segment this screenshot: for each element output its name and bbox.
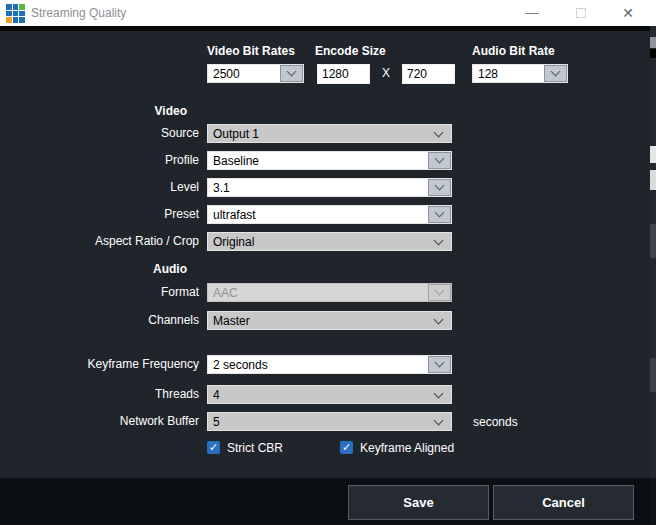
chevron-down-icon — [434, 416, 444, 426]
chevron-down-icon — [434, 389, 444, 399]
network-buffer-label: Network Buffer — [0, 412, 199, 431]
strict-cbr-label: Strict CBR — [227, 441, 283, 455]
audio-section-header: Audio — [0, 262, 200, 276]
keyframe-frequency-label: Keyframe Frequency — [0, 355, 199, 374]
encode-size-label: Encode Size — [315, 44, 386, 58]
format-select: AAC — [207, 283, 452, 302]
source-select[interactable]: Output 1 — [207, 124, 452, 143]
close-icon[interactable]: ✕ — [613, 0, 643, 26]
audio-bit-rate-label: Audio Bit Rate — [472, 44, 555, 58]
format-label: Format — [0, 283, 199, 302]
window-title: Streaming Quality — [31, 0, 126, 26]
maximize-icon[interactable] — [566, 0, 596, 26]
channels-select[interactable]: Master — [207, 311, 452, 330]
aspect-ratio-crop-label: Aspect Ratio / Crop — [0, 232, 199, 251]
network-buffer-seconds-suffix: seconds — [473, 415, 518, 429]
dialog-content — [0, 31, 651, 478]
save-button[interactable]: Save — [348, 485, 489, 520]
video-section-header: Video — [0, 104, 200, 118]
profile-label: Profile — [0, 151, 199, 170]
level-select[interactable]: 3.1 — [207, 178, 452, 197]
encode-width-input[interactable] — [317, 64, 370, 84]
video-bit-rates-label: Video Bit Rates — [207, 44, 295, 58]
source-label: Source — [0, 124, 199, 143]
preset-select[interactable]: ultrafast — [207, 205, 452, 224]
preset-label: Preset — [0, 205, 199, 224]
threads-label: Threads — [0, 385, 199, 404]
background-window-sliver — [650, 26, 656, 525]
keyframe-aligned-checkbox[interactable] — [340, 441, 353, 454]
encode-size-x-separator: X — [379, 66, 393, 80]
keyframe-frequency-select[interactable]: 2 seconds — [207, 355, 452, 374]
video-bitrate-select[interactable]: 2500 — [207, 64, 304, 83]
channels-label: Channels — [0, 311, 199, 330]
minimize-icon[interactable]: — — [517, 0, 547, 26]
chevron-down-icon — [434, 128, 444, 138]
app-grid-icon — [6, 4, 25, 23]
aspect-ratio-crop-select[interactable]: Original — [207, 232, 452, 251]
title-bar: Streaming Quality — ✕ — [0, 0, 656, 26]
level-label: Level — [0, 178, 199, 197]
encode-height-input[interactable] — [402, 64, 455, 84]
streaming-quality-dialog: Streaming Quality — ✕ Video Bit Rates En… — [0, 0, 656, 525]
network-buffer-select[interactable]: 5 — [207, 412, 452, 431]
strict-cbr-checkbox[interactable] — [207, 441, 220, 454]
cancel-button[interactable]: Cancel — [493, 485, 634, 520]
chevron-down-icon — [434, 236, 444, 246]
chevron-down-icon — [434, 315, 444, 325]
keyframe-aligned-label: Keyframe Aligned — [360, 441, 454, 455]
profile-select[interactable]: Baseline — [207, 151, 452, 170]
threads-select[interactable]: 4 — [207, 385, 452, 404]
audio-bitrate-select[interactable]: 128 — [472, 64, 568, 83]
